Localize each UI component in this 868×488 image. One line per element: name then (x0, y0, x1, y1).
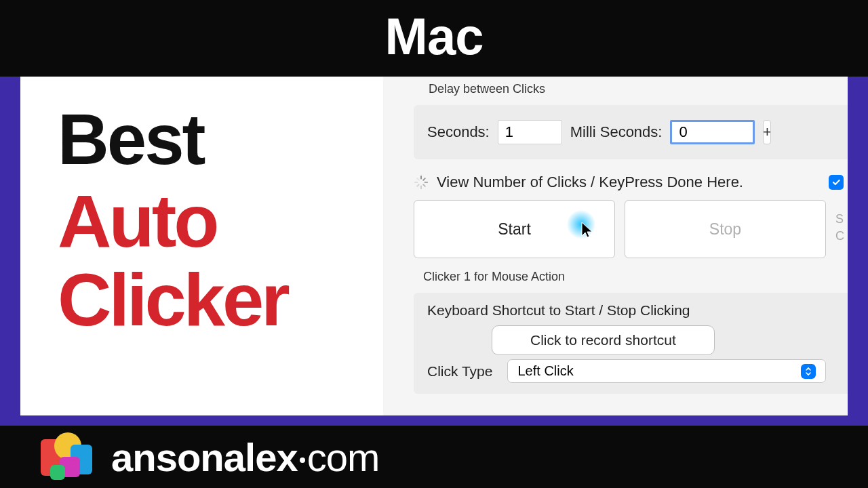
click-type-row: Click Type Left Click (427, 359, 837, 383)
brand-wordmark: ansonalexcom (111, 434, 379, 480)
svg-line-5 (417, 184, 419, 186)
banner-title: Mac (385, 7, 484, 65)
start-label: Start (498, 220, 531, 239)
cursor-icon (580, 221, 594, 239)
stop-button[interactable]: Stop (625, 200, 826, 258)
status-checkbox[interactable] (829, 175, 844, 190)
headline-word-2: Auto (58, 182, 346, 260)
svg-line-3 (423, 184, 425, 186)
ms-label: Milli Seconds: (570, 123, 663, 141)
brand-name: ansonalex (111, 435, 298, 479)
top-banner: Mac (0, 0, 868, 77)
click-type-value: Left Click (517, 363, 573, 379)
check-icon (831, 178, 841, 187)
headline-panel: Best Auto Clicker (20, 77, 383, 415)
shortcut-box: Keyboard Shortcut to Start / Stop Clicki… (414, 293, 848, 394)
ms-input[interactable] (670, 120, 755, 144)
delay-box: Seconds: Milli Seconds: + (414, 105, 848, 159)
button-row: Start Stop SC (414, 200, 848, 258)
shortcut-title: Keyboard Shortcut to Start / Stop Clicki… (427, 302, 837, 319)
start-button[interactable]: Start (414, 200, 615, 258)
status-row: View Number of Clicks / KeyPress Done He… (414, 174, 848, 191)
click-type-label: Click Type (427, 363, 492, 380)
bottom-bar: ansonalexcom (0, 426, 868, 488)
svg-line-7 (417, 178, 419, 180)
status-text: View Number of Clicks / KeyPress Done He… (437, 174, 821, 191)
headline-word-3: Clicker (58, 260, 346, 339)
record-shortcut-button[interactable]: Click to record shortcut (492, 325, 715, 355)
chevron-down-icon (801, 364, 816, 379)
delay-group-label: Delay between Clicks (414, 82, 848, 96)
main-area: Best Auto Clicker Delay between Clicks S… (20, 77, 848, 415)
dot-icon (300, 458, 305, 463)
app-panel: Delay between Clicks Seconds: Milli Seco… (383, 77, 848, 415)
brand-tld: com (307, 435, 380, 479)
seconds-label: Seconds: (427, 123, 490, 141)
edge-hint: SC (835, 200, 848, 258)
clicker-section-label: Clicker 1 for Mouse Action (414, 270, 848, 284)
plus-button[interactable]: + (763, 120, 771, 144)
seconds-input[interactable] (498, 120, 562, 144)
spinner-icon (414, 175, 429, 190)
click-type-select[interactable]: Left Click (507, 359, 826, 383)
stop-label: Stop (709, 220, 741, 239)
svg-line-1 (423, 178, 425, 180)
logo-icon (41, 432, 96, 481)
headline-word-1: Best (58, 104, 346, 175)
